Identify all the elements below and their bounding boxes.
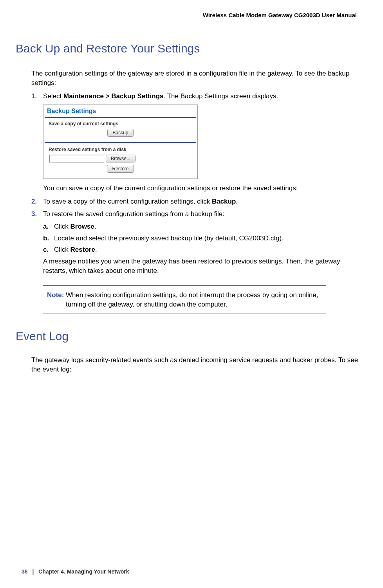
note-text: When restoring configuration settings, d… bbox=[66, 290, 326, 309]
step-text-bold: Backup bbox=[212, 198, 236, 205]
browse-button[interactable]: Browse... bbox=[106, 155, 135, 162]
sub-step-a: a. Click Browse. bbox=[43, 222, 361, 231]
sub-text-prefix: Click bbox=[54, 246, 70, 253]
step-text-suffix: . bbox=[236, 198, 238, 205]
step-number: 1. bbox=[31, 92, 43, 101]
sub-text: Click Restore. bbox=[54, 245, 97, 254]
sub-text-suffix: . bbox=[94, 223, 96, 230]
step-3: 3. To restore the saved configuration se… bbox=[31, 209, 361, 219]
step-2: 2. To save a copy of the current configu… bbox=[31, 197, 361, 206]
file-path-input[interactable] bbox=[49, 155, 104, 162]
footer-divider bbox=[22, 565, 361, 565]
document-header-title: Wireless Cable Modem Gateway CG2003D Use… bbox=[22, 12, 361, 18]
event-log-intro: The gateway logs security-related events… bbox=[31, 355, 361, 374]
sub-text-bold: Browse bbox=[70, 223, 94, 230]
restore-label: Restore saved settings from a disk bbox=[49, 147, 192, 152]
backup-button[interactable]: Backup bbox=[107, 129, 133, 137]
step-text-prefix: To save a copy of the current configurat… bbox=[43, 198, 212, 205]
chapter-label: Chapter 4. Managing Your Network bbox=[38, 568, 129, 575]
step-number: 3. bbox=[31, 209, 43, 219]
sub-step-c: c. Click Restore. bbox=[43, 245, 361, 254]
screenshot-divider bbox=[45, 142, 196, 143]
note-label: Note: bbox=[43, 290, 66, 309]
step-text: Select Maintenance > Backup Settings. Th… bbox=[43, 92, 361, 101]
sub-letter: c. bbox=[43, 245, 54, 254]
restore-button[interactable]: Restore bbox=[107, 165, 134, 173]
step-text: To save a copy of the current configurat… bbox=[43, 197, 361, 206]
sub-letter: b. bbox=[43, 234, 54, 243]
sub-text-bold: Restore bbox=[70, 246, 95, 253]
page-number: 36 bbox=[22, 568, 28, 575]
footer-separator: | bbox=[32, 568, 34, 575]
step-text-suffix: . The Backup Settings screen displays. bbox=[164, 92, 278, 100]
save-copy-label: Save a copy of current settings bbox=[49, 121, 192, 126]
sub-text-suffix: . bbox=[95, 246, 97, 253]
screenshot-title: Backup Settings bbox=[45, 106, 196, 118]
page-footer: 36 | Chapter 4. Managing Your Network bbox=[0, 565, 383, 575]
after-substeps-text: A message notifies you when the gateway … bbox=[43, 257, 361, 276]
sub-text: Click Browse. bbox=[54, 222, 96, 231]
section-heading-backup-restore: Back Up and Restore Your Settings bbox=[16, 42, 361, 55]
sub-letter: a. bbox=[43, 222, 54, 231]
sub-text: Locate and select the previously saved b… bbox=[54, 234, 284, 243]
sub-text-prefix: Click bbox=[54, 223, 70, 230]
backup-settings-screenshot: Backup Settings Save a copy of current s… bbox=[43, 105, 198, 179]
sub-step-b: b. Locate and select the previously save… bbox=[43, 234, 361, 243]
step-text-prefix: Select bbox=[43, 92, 63, 100]
step-text: To restore the saved configuration setti… bbox=[43, 209, 361, 219]
section-heading-event-log: Event Log bbox=[16, 330, 361, 343]
note-block: Note: When restoring configuration setti… bbox=[43, 285, 326, 314]
step-number: 2. bbox=[31, 197, 43, 206]
step-1: 1. Select Maintenance > Backup Settings.… bbox=[31, 92, 361, 101]
after-screenshot-text: You can save a copy of the current confi… bbox=[43, 184, 361, 193]
intro-paragraph: The configuration settings of the gatewa… bbox=[31, 69, 361, 88]
step-text-bold: Maintenance > Backup Settings bbox=[63, 92, 164, 100]
